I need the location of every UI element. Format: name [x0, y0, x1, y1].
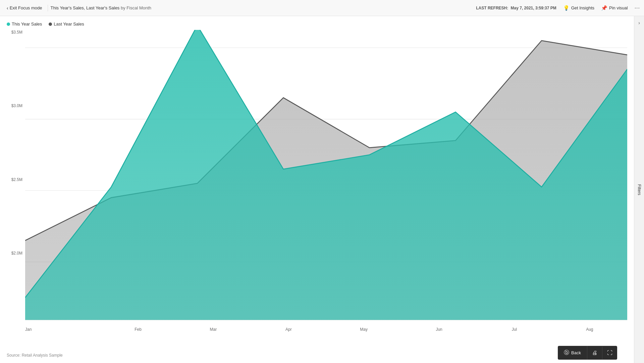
back-label: Back — [571, 350, 581, 355]
chart-container: $3.5M $3.0M $2.5M $2.0M — [7, 30, 627, 338]
x-label-aug: Aug — [552, 327, 627, 332]
x-label-mar: Mar — [176, 327, 251, 332]
chart-legend: This Year Sales Last Year Sales — [7, 21, 627, 27]
x-label-jul: Jul — [477, 327, 552, 332]
y-label-25: $2.5M — [7, 177, 25, 182]
last-year-label: Last Year Sales — [54, 21, 84, 27]
header-left: ‹ Exit Focus mode This Year's Sales, Las… — [4, 4, 476, 12]
print-button[interactable]: 🖨 — [587, 347, 602, 359]
main-area: This Year Sales Last Year Sales $3.5M $3… — [0, 16, 644, 363]
print-icon: 🖨 — [592, 350, 597, 356]
back-button[interactable]: ⓑ Back — [558, 346, 587, 360]
this-year-dot — [7, 22, 10, 26]
chart-title: This Year's Sales, Last Year's Sales by … — [51, 5, 152, 10]
x-axis: Jan Feb Mar Apr May Jun Jul Aug — [25, 324, 627, 338]
exit-focus-button[interactable]: ‹ Exit Focus mode — [4, 4, 45, 12]
x-label-jun: Jun — [401, 327, 477, 332]
x-label-jan: Jan — [25, 327, 100, 332]
x-label-may: May — [326, 327, 401, 332]
legend-last-year: Last Year Sales — [49, 21, 84, 27]
fullscreen-button[interactable]: ⛶ — [602, 347, 617, 359]
bottom-toolbar: ⓑ Back 🖨 ⛶ — [558, 346, 617, 360]
y-label-20: $2.0M — [7, 251, 25, 256]
x-label-feb: Feb — [100, 327, 175, 332]
y-axis: $3.5M $3.0M $2.5M $2.0M — [7, 30, 25, 324]
exit-focus-label: Exit Focus mode — [10, 5, 42, 10]
chevron-left-icon: ‹ — [7, 5, 8, 11]
collapse-filters-icon[interactable]: › — [638, 20, 640, 26]
filters-panel: › Filters — [634, 16, 644, 363]
ellipsis-icon: ··· — [635, 5, 640, 11]
chart-svg-wrapper — [25, 30, 627, 324]
get-insights-button[interactable]: 💡 Get Insights — [563, 5, 594, 11]
chart-area: This Year Sales Last Year Sales $3.5M $3… — [0, 16, 634, 363]
y-label-35: $3.5M — [7, 30, 25, 35]
header-bar: ‹ Exit Focus mode This Year's Sales, Las… — [0, 0, 644, 16]
pin-visual-button[interactable]: 📌 Pin visual — [601, 5, 628, 11]
filters-toggle[interactable]: Filters — [637, 184, 642, 195]
lightbulb-icon: 💡 — [563, 5, 570, 11]
legend-this-year: This Year Sales — [7, 21, 42, 27]
this-year-label: This Year Sales — [12, 21, 42, 27]
last-year-dot — [49, 22, 52, 26]
back-circle-icon: ⓑ — [564, 349, 569, 356]
last-refresh: LAST REFRESH: May 7, 2021, 3:59:37 PM — [476, 6, 556, 10]
header-divider — [48, 5, 48, 11]
y-label-30: $3.0M — [7, 103, 25, 108]
more-options-button[interactable]: ··· — [635, 5, 640, 11]
fullscreen-icon: ⛶ — [607, 350, 612, 356]
by-label: by Fiscal Month — [121, 5, 151, 10]
pin-icon: 📌 — [601, 5, 607, 11]
chart-svg — [25, 30, 627, 324]
filters-label: Filters — [637, 184, 642, 195]
x-label-apr: Apr — [251, 327, 326, 332]
source-text: Source: Retail Analysis Sample — [7, 353, 63, 358]
header-right: LAST REFRESH: May 7, 2021, 3:59:37 PM 💡 … — [476, 5, 640, 11]
